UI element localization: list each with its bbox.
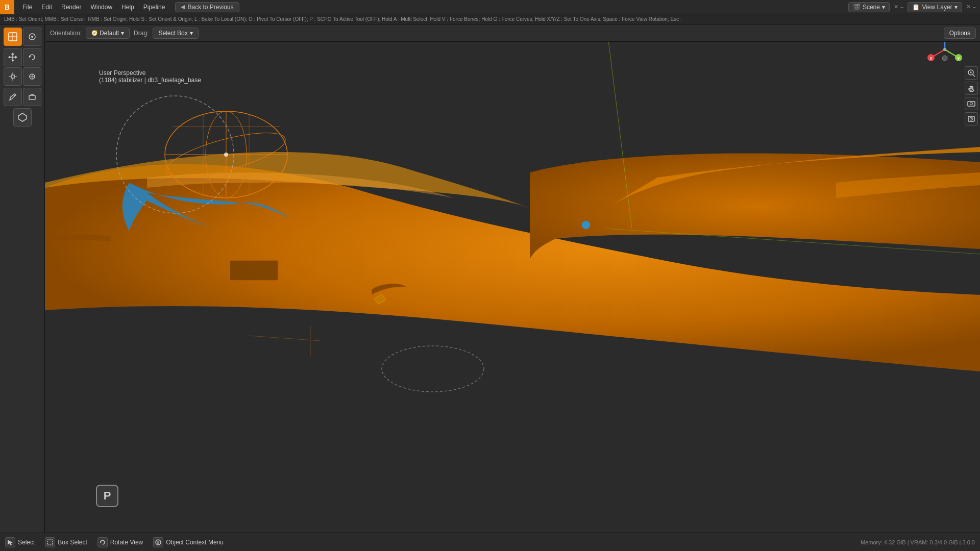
- status-bar: Select Box Select Rotate View Objec: [0, 533, 980, 551]
- drag-chevron: ▾: [190, 30, 193, 37]
- rotate-tool-button[interactable]: [23, 48, 41, 66]
- viewlayer-chevron: ▾: [954, 4, 958, 11]
- orientation-label: Orientation:: [50, 30, 82, 37]
- tool-pair-scale: [4, 67, 41, 86]
- back-to-previous-label: Back to Previous: [187, 4, 233, 11]
- viewlayer-icon: 📋: [912, 4, 920, 11]
- select-cursor-button[interactable]: [23, 28, 41, 46]
- box-select-label: Box Select: [58, 539, 87, 546]
- left-toolbar: [0, 24, 45, 533]
- svg-rect-12: [11, 75, 14, 78]
- shortcut-text: LMB : Set Orient; MMB : Set Cursor; RMB …: [4, 16, 682, 22]
- rotate-view-status-icon: [99, 539, 106, 546]
- box-select-item[interactable]: Box Select: [45, 537, 87, 547]
- scene-view-icon: [967, 99, 975, 108]
- select-tool-button[interactable]: [4, 28, 22, 46]
- menu-window[interactable]: Window: [86, 3, 116, 12]
- svg-marker-8: [11, 60, 14, 62]
- box-select-status-icon: [46, 539, 54, 546]
- annotate-icon: [8, 92, 18, 102]
- svg-rect-46: [230, 260, 278, 281]
- back-arrow-icon: ◀: [181, 4, 185, 10]
- menu-pipeline[interactable]: Pipeline: [139, 3, 169, 12]
- rotate-icon: [28, 53, 37, 62]
- svg-marker-7: [11, 53, 14, 55]
- svg-rect-21: [29, 95, 35, 99]
- svg-marker-23: [18, 113, 27, 121]
- svg-text:Y: Y: [957, 56, 960, 61]
- zoom-icon: [967, 69, 975, 77]
- scene-label: Scene: [863, 4, 880, 11]
- window-close-icon[interactable]: ✕: [894, 4, 898, 10]
- viewlayer-dropdown[interactable]: 📋 View Layer ▾: [908, 2, 962, 12]
- box-select-icon: [45, 537, 55, 547]
- top-menubar: B File Edit Render Window Help Pipeline …: [0, 0, 980, 14]
- annotate-tool-button[interactable]: [4, 88, 22, 106]
- context-menu-label: Object Context Menu: [166, 539, 224, 546]
- svg-point-4: [31, 36, 33, 38]
- svg-point-59: [582, 221, 590, 229]
- svg-point-57: [224, 153, 228, 157]
- tool-group-transform: [4, 48, 41, 86]
- zoom-icon-button[interactable]: [965, 66, 978, 80]
- move-tool-button[interactable]: [4, 48, 22, 66]
- viewlayer-close-icon[interactable]: ✕: [966, 4, 971, 10]
- viewport[interactable]: User Perspective (1184) stabilizer | db3…: [45, 24, 980, 533]
- menu-help[interactable]: Help: [117, 3, 138, 12]
- svg-line-20: [14, 95, 15, 96]
- transform-icon: [28, 72, 37, 81]
- grab-icon-button[interactable]: [965, 82, 978, 95]
- right-sidebar: [965, 66, 978, 126]
- blender-logo: B: [0, 0, 14, 14]
- orientation-chevron: ▾: [121, 30, 124, 37]
- select-mode-icon: [5, 537, 15, 547]
- scale-icon: [8, 71, 18, 82]
- options-button[interactable]: Options: [944, 28, 976, 39]
- tool-group-measure: [13, 108, 32, 127]
- measure-icon: [17, 112, 28, 122]
- context-menu-status-icon: [155, 539, 162, 546]
- render-icon-button[interactable]: [965, 112, 978, 126]
- svg-marker-91: [8, 540, 13, 545]
- orientation-value: Default: [100, 30, 119, 37]
- select-mode-item[interactable]: Select: [5, 537, 35, 547]
- rotate-view-label: Rotate View: [110, 539, 143, 546]
- svg-rect-92: [47, 540, 53, 545]
- scene-icon: 🎬: [853, 4, 861, 11]
- scene-view-icon-button[interactable]: [965, 97, 978, 110]
- tool-pair-move: [4, 48, 41, 66]
- menu-file[interactable]: File: [18, 3, 36, 12]
- annotate2-tool-button[interactable]: [23, 88, 41, 106]
- orientation-icon: 🧭: [91, 30, 97, 36]
- svg-point-87: [970, 103, 973, 105]
- drag-dropdown[interactable]: Select Box ▾: [153, 28, 198, 39]
- scene-chevron: ▾: [882, 4, 885, 11]
- drag-value: Select Box: [158, 30, 187, 37]
- measure-tool-button[interactable]: [13, 108, 32, 127]
- transform-tool-button[interactable]: [23, 67, 41, 86]
- menu-render[interactable]: Render: [57, 3, 85, 12]
- menu-edit[interactable]: Edit: [37, 3, 56, 12]
- select-label: Select: [18, 539, 35, 546]
- scale-tool-button[interactable]: [4, 67, 22, 86]
- tool-group-select: [4, 28, 41, 46]
- grab-icon: [967, 84, 975, 92]
- viewlayer-label: View Layer: [922, 4, 952, 11]
- scene-dropdown[interactable]: 🎬 Scene ▾: [848, 2, 890, 12]
- back-to-previous-button[interactable]: ◀ Back to Previous: [175, 2, 239, 12]
- tool-pair-annotate: [4, 88, 41, 106]
- svg-point-81: [942, 56, 947, 61]
- svg-point-90: [971, 118, 972, 119]
- viewlayer-min-icon[interactable]: −: [973, 4, 976, 10]
- context-menu-item[interactable]: Object Context Menu: [153, 537, 224, 547]
- tool-pair-select: [4, 28, 41, 46]
- annotate2-icon: [28, 92, 37, 102]
- orientation-dropdown[interactable]: 🧭 Default ▾: [86, 28, 130, 39]
- header-toolbar: Orientation: 🧭 Default ▾ Drag: Select Bo…: [46, 24, 980, 42]
- window-min-icon[interactable]: −: [900, 4, 903, 10]
- svg-point-80: [943, 48, 946, 51]
- svg-marker-9: [8, 56, 10, 59]
- playback-icon[interactable]: P: [96, 485, 118, 507]
- cursor-icon: [28, 32, 37, 41]
- rotate-view-item[interactable]: Rotate View: [97, 537, 143, 547]
